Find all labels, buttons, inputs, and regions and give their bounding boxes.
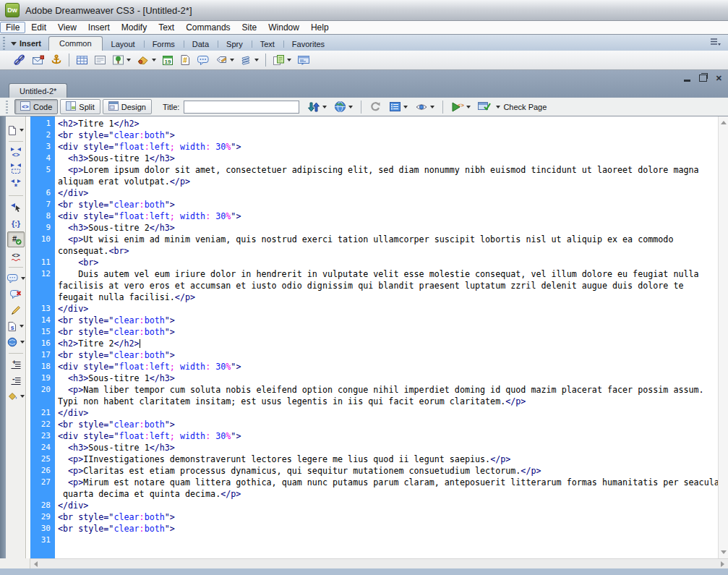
visual-aids-icon <box>415 101 428 112</box>
refresh-button[interactable] <box>367 100 385 114</box>
templates-button[interactable] <box>270 52 294 68</box>
menu-window[interactable]: Window <box>262 22 305 33</box>
title-bar: Dw Adobe Dreamweaver CS3 - [Untitled-2*] <box>0 0 728 21</box>
document-tab[interactable]: Untitled-2* <box>9 83 67 98</box>
toolbar-separator <box>442 101 443 114</box>
remove-comment-button[interactable] <box>8 287 24 302</box>
refresh-icon <box>369 101 382 113</box>
open-documents-button[interactable] <box>8 123 24 137</box>
code-row: 22<br style="clear:both"> <box>30 419 718 430</box>
view-options-button[interactable] <box>386 100 411 114</box>
split-view-button[interactable]: Split <box>60 99 100 114</box>
close-icon[interactable]: ✕ <box>716 74 722 82</box>
tab-favorites[interactable]: Favorites <box>283 38 333 51</box>
code-line-text: <br style="clear:both"> <box>58 199 718 210</box>
vertical-scrollbar[interactable] <box>718 116 728 558</box>
apply-comment-button[interactable] <box>8 271 24 286</box>
expand-all-button[interactable]: * <box>8 177 24 192</box>
panel-options-menu-icon[interactable] <box>709 37 721 48</box>
menu-insert[interactable]: Insert <box>82 22 116 33</box>
date-button[interactable]: 19 <box>159 52 176 68</box>
menu-edit[interactable]: Edit <box>25 22 52 33</box>
insert-bar-title[interactable]: Insert <box>7 39 48 51</box>
check-page-icon <box>478 101 491 113</box>
line-number: 4 <box>30 153 51 164</box>
tab-layout[interactable]: Layout <box>103 38 144 51</box>
horizontal-scrollbar[interactable] <box>30 558 728 569</box>
document-toolbar-grip[interactable] <box>6 101 10 114</box>
coding-toolbar: <>*{:}#<>s+- <box>6 116 26 558</box>
comment-button[interactable] <box>194 52 213 68</box>
indent-code-button[interactable]: + <box>8 357 24 372</box>
main-area: <>*{:}#<>s+- 1<h2>Titre 1</h2>2<br style… <box>0 116 728 558</box>
tab-text[interactable]: Text <box>252 38 283 51</box>
code-row: 18<div style="float:left; width: 30%"> <box>30 361 718 372</box>
scrollbar-corner <box>0 558 30 568</box>
code-line-text: <br style="clear:both"> <box>58 315 718 326</box>
move-convert-css-icon <box>7 336 18 348</box>
line-numbers-button[interactable]: # <box>7 231 25 247</box>
tab-common[interactable]: Common <box>48 36 103 51</box>
restore-icon[interactable] <box>699 74 707 82</box>
tag-chooser-button[interactable] <box>294 52 313 68</box>
check-page-button[interactable]: Check Page <box>474 101 550 113</box>
hyperlink-button[interactable] <box>10 52 29 68</box>
collapse-full-tag-button[interactable]: <> <box>8 145 24 160</box>
insert-div-button[interactable] <box>91 52 109 68</box>
remove-comment-icon <box>9 289 22 300</box>
tab-spry[interactable]: Spry <box>218 38 252 51</box>
images-button[interactable] <box>109 52 134 68</box>
code-editor[interactable]: 1<h2>Titre 1</h2>2<br style="clear:both"… <box>30 116 718 560</box>
select-parent-tag-button[interactable] <box>8 200 24 214</box>
move-convert-css-button[interactable] <box>8 335 24 349</box>
templates-icon <box>273 54 285 66</box>
code-line-text: </div> <box>58 407 718 419</box>
left-edge <box>0 116 6 558</box>
code-row: consequat.<br> <box>30 245 718 257</box>
menu-file[interactable]: File <box>0 22 25 33</box>
file-management-button[interactable] <box>304 100 330 114</box>
svg-text:<>: <> <box>458 102 465 108</box>
scroll-left-icon[interactable] <box>34 561 38 567</box>
menu-view[interactable]: View <box>52 22 82 33</box>
scroll-down-icon[interactable] <box>721 550 727 554</box>
minimize-icon[interactable] <box>684 80 690 82</box>
scroll-up-icon[interactable] <box>721 121 727 124</box>
outdent-code-button[interactable]: - <box>8 373 24 388</box>
script-button[interactable] <box>237 52 262 68</box>
validate-markup-button[interactable]: <> <box>448 100 474 114</box>
collapse-full-tag-icon: <> <box>10 147 22 158</box>
email-link-button[interactable] <box>29 52 48 68</box>
chevron-down-icon <box>21 277 25 280</box>
head-tags-button[interactable] <box>213 52 237 68</box>
collapse-selection-button[interactable] <box>8 161 24 176</box>
named-anchor-button[interactable] <box>48 52 65 68</box>
design-view-button[interactable]: Design <box>103 99 152 114</box>
line-number: 9 <box>30 222 51 234</box>
chevron-down-icon <box>20 325 24 328</box>
highlight-invalid-code-button[interactable]: <> <box>8 249 24 263</box>
insert-bar-grip[interactable] <box>1 35 7 51</box>
visual-aids-button[interactable] <box>412 100 437 114</box>
preview-browser-button[interactable] <box>331 100 356 114</box>
recent-snippets-button[interactable]: s <box>8 319 24 333</box>
menu-text[interactable]: Text <box>153 22 180 33</box>
scroll-right-icon[interactable] <box>721 561 724 567</box>
line-number: 1 <box>30 118 51 129</box>
window-bottom-edge <box>0 568 728 575</box>
wrap-tag-button[interactable] <box>8 303 24 318</box>
format-source-code-button[interactable] <box>8 389 24 404</box>
menu-modify[interactable]: Modify <box>116 22 153 33</box>
menu-site[interactable]: Site <box>236 22 263 33</box>
code-view-button[interactable]: <> Code <box>14 99 58 114</box>
menu-help[interactable]: Help <box>305 22 335 33</box>
server-side-include-button[interactable]: # <box>176 52 194 68</box>
tab-data[interactable]: Data <box>184 38 218 51</box>
code-line-text: facilisis at vero eros et accumsan et iu… <box>58 280 718 291</box>
media-button[interactable] <box>134 52 159 68</box>
balance-braces-button[interactable]: {:} <box>8 216 24 230</box>
table-button[interactable] <box>73 52 91 68</box>
tab-forms[interactable]: Forms <box>144 38 184 51</box>
document-title-input[interactable] <box>184 101 299 114</box>
menu-commands[interactable]: Commands <box>180 22 236 33</box>
